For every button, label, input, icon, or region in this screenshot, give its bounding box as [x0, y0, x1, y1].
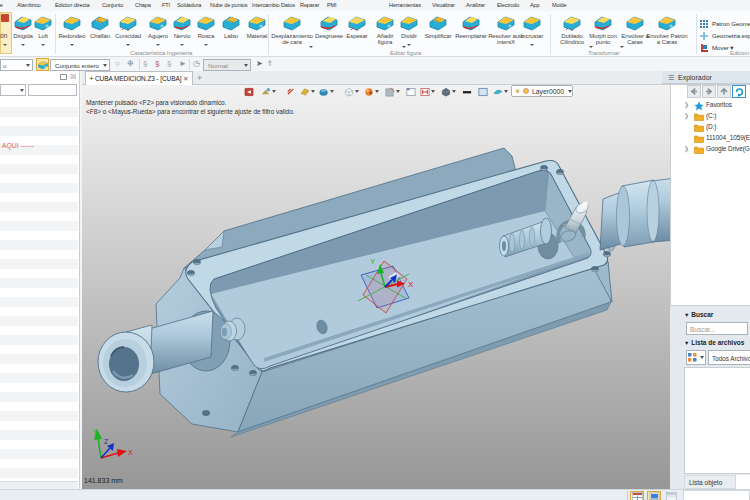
svg-text:X: X	[128, 449, 133, 456]
svg-text:Y: Y	[93, 428, 98, 435]
svg-text:Z: Z	[104, 438, 109, 445]
svg-text:X: X	[408, 280, 414, 289]
svg-text:Y: Y	[370, 257, 376, 266]
